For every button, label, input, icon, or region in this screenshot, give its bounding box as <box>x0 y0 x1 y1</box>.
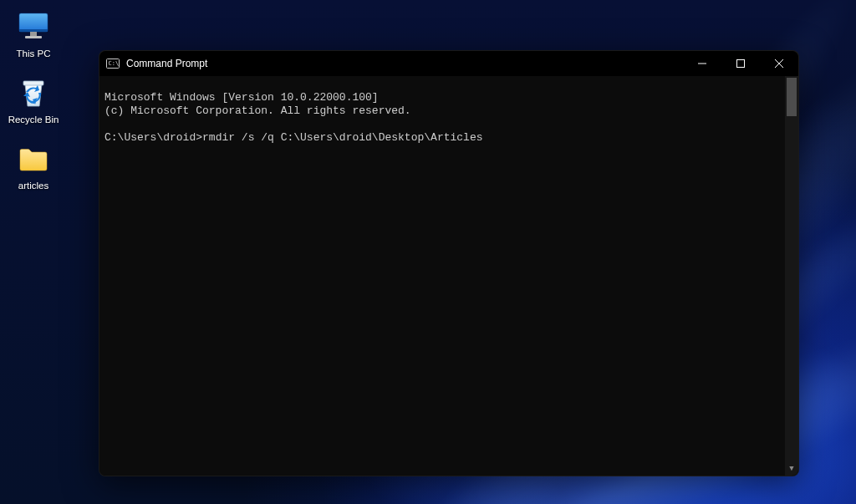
close-button[interactable] <box>760 51 798 76</box>
svg-rect-2 <box>30 32 37 36</box>
titlebar[interactable]: C:\ Command Prompt <box>99 51 798 76</box>
desktop-icons: This PC Recycle Bin <box>3 7 64 194</box>
terminal-prompt: C:\Users\droid>rmdir /s /q C:\Users\droi… <box>104 131 483 144</box>
minimize-icon <box>698 59 706 68</box>
scrollbar-thumb[interactable] <box>787 78 797 116</box>
desktop-icon-articles[interactable]: articles <box>3 139 64 193</box>
window-title: Command Prompt <box>126 58 207 69</box>
monitor-icon <box>15 8 52 45</box>
maximize-button[interactable] <box>721 51 760 76</box>
desktop-icon-label: Recycle Bin <box>8 115 59 125</box>
svg-rect-8 <box>737 60 745 68</box>
close-icon <box>775 59 783 68</box>
recycle-bin-icon <box>15 74 52 111</box>
terminal-line: (c) Microsoft Corporation. All rights re… <box>104 104 411 117</box>
svg-rect-3 <box>25 36 42 38</box>
scrollbar[interactable]: ▲ ▼ <box>785 76 798 476</box>
desktop-icon-label: This PC <box>17 48 51 59</box>
folder-icon <box>15 140 52 177</box>
minimize-button[interactable] <box>683 51 721 76</box>
terminal-command: rmdir /s /q C:\Users\droid\Desktop\Artic… <box>202 131 482 144</box>
cmd-icon: C:\ <box>106 57 120 70</box>
svg-rect-0 <box>19 13 48 32</box>
svg-text:C:\: C:\ <box>109 60 120 67</box>
command-prompt-window: C:\ Command Prompt Microsoft Windows [Ve… <box>99 50 799 476</box>
svg-rect-4 <box>23 81 43 85</box>
desktop-icon-recycle-bin[interactable]: Recycle Bin <box>3 73 64 127</box>
desktop-icon-label: articles <box>18 181 48 191</box>
svg-rect-1 <box>19 29 48 32</box>
terminal-line: Microsoft Windows [Version 10.0.22000.10… <box>104 91 379 104</box>
scroll-down-icon[interactable]: ▼ <box>785 462 798 476</box>
desktop-icon-this-pc[interactable]: This PC <box>3 7 64 61</box>
maximize-icon <box>736 59 745 68</box>
terminal-body[interactable]: Microsoft Windows [Version 10.0.22000.10… <box>99 76 798 476</box>
